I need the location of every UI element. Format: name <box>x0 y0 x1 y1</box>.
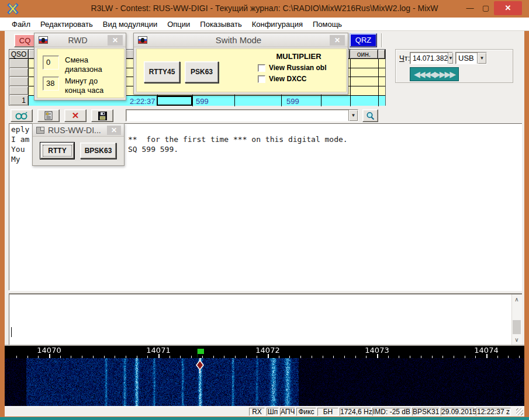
grid-line <box>281 96 282 106</box>
rtty-button[interactable]: RTTY <box>40 143 74 159</box>
chevron-down-icon[interactable]: ▼ <box>477 53 486 64</box>
scroll-down-icon[interactable]: ∨ <box>511 335 522 344</box>
log-row1-number[interactable]: 1 <box>9 95 29 106</box>
qrz-button[interactable]: QRZ <box>350 33 377 47</box>
minutes-left-label: Минут до конца часа <box>65 77 119 95</box>
log-row1-rst-rcvd[interactable]: 599 <box>286 97 299 106</box>
log-window-button[interactable] <box>37 109 60 122</box>
status-imd: IMD: -25 dB <box>372 408 411 416</box>
bpsk63-button[interactable]: BPSK63 <box>80 143 116 159</box>
log-row1-time[interactable]: 2:22:37 <box>130 97 155 106</box>
tune-arrows-button[interactable]: ◀◀◀◀▶▶▶▶ <box>410 67 459 81</box>
tx-caret <box>11 327 12 337</box>
close-button[interactable]: ✕ <box>494 1 522 15</box>
window-page-icon <box>36 127 44 134</box>
view-dxcc-row[interactable]: View DXCC <box>258 75 306 83</box>
log-narrow-column-header <box>378 50 385 59</box>
view-dxcc-label: View DXCC <box>269 75 306 83</box>
log-selected-cell[interactable] <box>157 96 192 106</box>
toolbar-separator <box>381 33 382 47</box>
rx-line4: My <box>11 155 20 164</box>
multiplier-label: MULTIPLIER <box>258 52 340 61</box>
menu-configuration[interactable]: Конфигурация <box>252 20 303 29</box>
log-qso-column-header[interactable]: QSO <box>9 50 29 59</box>
rx-line2-right: ** for the first time *** on this digita… <box>128 135 348 144</box>
lookup-button[interactable] <box>362 109 378 122</box>
rx-line3: You <box>11 145 25 154</box>
frequency-combobox[interactable]: 14.071.382 ▼ <box>410 52 453 64</box>
menu-help[interactable]: Помощь <box>313 20 342 29</box>
switch-mode-titlebar[interactable]: Swith Mode ✕ <box>134 33 348 47</box>
grid-line <box>192 96 193 106</box>
switch-mode-dialog: Swith Mode ✕ RTTY45 PSK63 MULTIPLIER Vie… <box>133 33 348 95</box>
status-bn[interactable]: БН <box>317 408 338 416</box>
magnifier-icon <box>366 112 375 120</box>
resize-grip[interactable] <box>516 408 523 415</box>
grid-line <box>234 96 235 106</box>
contest-dialog-titlebar[interactable]: RUS-WW-DI... ✕ <box>33 124 124 137</box>
menu-file[interactable]: Файл <box>12 20 30 29</box>
contest-dialog-title: RUS-WW-DI... <box>44 126 107 135</box>
mixw-window: { "window": { "title": "R3LW - Contest: … <box>0 0 529 420</box>
status-time: 12:22:37 z <box>476 408 511 416</box>
rwd-dialog-title: RWD <box>48 36 108 45</box>
chevron-down-icon[interactable]: ▼ <box>348 110 358 121</box>
grid-line <box>321 96 321 106</box>
window-title: R3LW - Contest: RUS-WW-DIGI - Текущий жу… <box>0 4 529 13</box>
search-log-button[interactable] <box>11 109 33 122</box>
status-squelch[interactable]: Шп <box>267 408 279 416</box>
menu-view[interactable]: Показывать <box>200 20 241 29</box>
maximize-button[interactable]: ▢ <box>479 4 492 12</box>
switch-mode-title: Swith Mode <box>147 35 330 45</box>
russian-flag-icon <box>39 36 48 44</box>
status-fix[interactable]: Фикс <box>296 408 316 416</box>
chevron-down-icon[interactable]: ▼ <box>448 53 453 64</box>
contest-mode-dialog: RUS-WW-DI... ✕ RTTY BPSK63 <box>32 123 125 166</box>
log-row1-rst-sent[interactable]: 599 <box>196 97 209 106</box>
log-row-header <box>9 68 29 77</box>
russian-flag-icon <box>138 36 147 44</box>
rwd-close-icon[interactable]: ✕ <box>108 35 123 46</box>
band-change-value: 0 <box>43 55 59 70</box>
status-audio-frequency: 1724,6 Hz <box>340 408 371 416</box>
save-log-button[interactable] <box>91 109 113 122</box>
minimize-button[interactable]: — <box>464 4 476 12</box>
psk63-button[interactable]: PSK63 <box>185 61 219 83</box>
tx-text-window[interactable] <box>9 294 522 345</box>
rwd-dialog-titlebar[interactable]: RWD ✕ <box>34 33 126 47</box>
status-rx[interactable]: RX <box>249 408 265 416</box>
grid-line <box>350 96 351 106</box>
callsign-combobox[interactable]: ▼ <box>126 109 358 122</box>
menu-edit[interactable]: Редактировать <box>40 20 93 29</box>
rtty45-button[interactable]: RTTY45 <box>144 61 180 83</box>
mode-combobox[interactable]: USB ▼ <box>455 52 487 64</box>
view-russian-obl-checkbox[interactable] <box>258 64 265 72</box>
red-x-icon: ✕ <box>72 112 79 120</box>
view-russian-obl-row[interactable]: View Russian obl <box>258 64 326 72</box>
mode-value[interactable]: USB <box>456 54 477 63</box>
bottom-edge-strip <box>0 417 529 420</box>
log-partial-column-header[interactable]: оин. <box>350 50 378 59</box>
frequency-value[interactable]: 14.071.382 <box>410 54 448 63</box>
frequency-label: Чт: <box>399 54 410 63</box>
menu-bar: Файл Редактировать Вид модуляции Опции П… <box>0 18 529 31</box>
switch-mode-close-icon[interactable]: ✕ <box>330 35 345 46</box>
scroll-up-icon[interactable]: ∧ <box>511 295 522 304</box>
grid-line <box>378 96 379 106</box>
log-page-icon <box>44 111 53 120</box>
rwd-dialog: RWD ✕ 0 Смена диапазона 38 Минут до конц… <box>34 33 126 100</box>
delete-qso-button[interactable]: ✕ <box>64 109 87 122</box>
menu-options[interactable]: Опции <box>167 20 190 29</box>
view-dxcc-checkbox[interactable] <box>258 75 265 83</box>
log-row-header <box>9 86 29 95</box>
status-date: 29.09.2015 <box>441 408 475 416</box>
status-afc[interactable]: АПЧ <box>280 408 295 416</box>
status-mode[interactable]: BPSK31 <box>412 408 440 416</box>
rx-line1: eply <box>11 125 29 134</box>
menu-mode[interactable]: Вид модуляции <box>103 20 157 29</box>
waterfall-canvas[interactable] <box>5 346 524 406</box>
cq-button[interactable]: CQ <box>14 34 36 47</box>
scrollbar-thumb[interactable] <box>513 320 521 334</box>
contest-dialog-close-icon[interactable]: ✕ <box>107 126 121 135</box>
binoculars-icon <box>15 112 28 120</box>
